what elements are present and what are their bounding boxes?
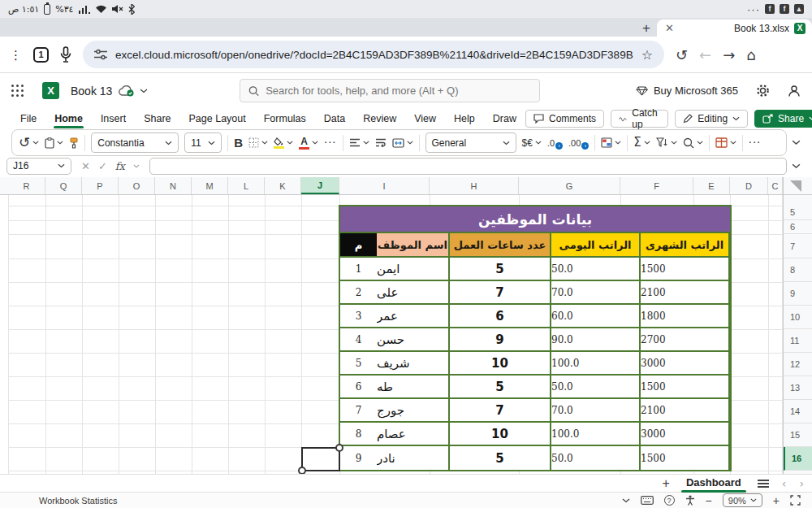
conditional-formatting-button[interactable] <box>601 137 621 148</box>
previous-sheet-icon[interactable]: ‹ <box>782 477 787 490</box>
tab-draw[interactable]: Draw <box>484 111 525 127</box>
table-cell-daily[interactable]: 70.0 <box>551 281 641 305</box>
table-cell-monthly[interactable]: 1500 <box>641 376 730 399</box>
column-header-R[interactable]: R <box>8 177 45 194</box>
browser-menu-icon[interactable]: ⋮ <box>10 49 22 61</box>
column-header-N[interactable]: N <box>155 177 192 194</box>
tab-home[interactable]: Home <box>45 111 92 127</box>
bookmark-star-icon[interactable]: ☆ <box>641 47 653 63</box>
add-sheet-button[interactable]: + <box>663 476 670 491</box>
next-sheet-icon[interactable]: › <box>799 477 804 490</box>
alignment-button[interactable] <box>349 138 369 147</box>
table-cell-num[interactable]: 6 <box>340 376 377 399</box>
zoom-level-select[interactable]: 90% <box>723 493 762 507</box>
table-cell-num[interactable]: 3 <box>340 305 377 328</box>
table-cell-hours[interactable]: 10 <box>450 423 551 446</box>
search-input[interactable] <box>266 85 531 97</box>
table-cell-name[interactable]: حسن <box>377 328 450 352</box>
new-tab-button[interactable]: + <box>636 20 657 37</box>
settings-gear-icon[interactable] <box>756 84 770 98</box>
header-cell-number[interactable]: م <box>340 233 377 258</box>
number-format-select[interactable]: General <box>425 132 516 153</box>
bold-button[interactable]: B <box>234 136 243 150</box>
column-header-J[interactable]: J <box>301 177 339 194</box>
url-text[interactable]: excel.cloud.microsoft/open/onedrive/?doc… <box>115 49 633 61</box>
header-cell-employee-name[interactable]: اسم الموظف <box>377 233 450 258</box>
column-header-H[interactable]: H <box>430 177 519 194</box>
row-header-7[interactable]: 7 <box>784 234 812 258</box>
back-icon[interactable]: ← <box>699 46 711 63</box>
share-button[interactable]: Share <box>754 110 812 128</box>
tab-switcher-button[interactable]: 1 <box>33 47 49 63</box>
table-cell-monthly[interactable]: 2100 <box>641 281 730 305</box>
table-cell-num[interactable]: 1 <box>340 258 377 281</box>
find-button[interactable] <box>683 137 703 149</box>
table-cell-daily[interactable]: 90.0 <box>551 328 641 352</box>
employee-table[interactable]: بيانات الموظفين الراتب الشهرى الراتب الي… <box>339 205 732 471</box>
browser-tab[interactable]: ✕ Book 13.xlsx X <box>657 20 812 37</box>
site-settings-icon[interactable] <box>94 49 107 60</box>
column-header-K[interactable]: K <box>265 177 301 194</box>
tab-insert[interactable]: Insert <box>92 111 135 127</box>
zoom-out-button[interactable]: − <box>706 494 712 507</box>
formula-input[interactable] <box>149 158 787 175</box>
row-header-9[interactable]: 9 <box>784 282 812 306</box>
column-header-I[interactable]: I <box>339 177 430 194</box>
url-bar[interactable]: excel.cloud.microsoft/open/onedrive/?doc… <box>83 41 664 68</box>
table-cell-name[interactable]: طه <box>377 376 450 399</box>
expand-formula-bar-chevron-icon[interactable] <box>792 163 801 169</box>
voice-search-icon[interactable] <box>60 46 71 63</box>
accessibility-icon[interactable] <box>685 495 695 506</box>
row-header-14[interactable]: 14 <box>784 400 812 423</box>
table-cell-num[interactable]: 2 <box>340 281 377 305</box>
undo-button[interactable]: ↺ <box>19 136 39 150</box>
app-launcher-icon[interactable] <box>11 85 24 98</box>
sheet-tab-dashboard[interactable]: Dashboard <box>683 476 745 490</box>
row-header-10[interactable]: 10 <box>784 306 812 329</box>
selection-handle-bottom-left[interactable] <box>298 467 306 474</box>
editing-mode-button[interactable]: Editing <box>675 110 748 128</box>
zoom-in-button[interactable]: + <box>773 494 780 507</box>
table-cell-daily[interactable]: 70.0 <box>551 399 641 423</box>
spreadsheet-grid[interactable]: RQPONMLKJIHGFEDC بيانات الموظفين الراتب … <box>0 177 812 474</box>
currency-format-button[interactable]: $€ <box>522 137 542 149</box>
column-header-E[interactable]: E <box>693 177 730 194</box>
row-header-8[interactable]: 8 <box>784 258 812 282</box>
tab-share[interactable]: Share <box>135 111 179 127</box>
fill-color-button[interactable] <box>274 137 293 149</box>
column-header-F[interactable]: F <box>620 177 693 194</box>
row-header-12[interactable]: 12 <box>784 353 812 376</box>
increase-decimal-button[interactable]: .00› <box>568 137 589 150</box>
active-cell-selection[interactable] <box>301 447 340 471</box>
select-all-corner[interactable] <box>784 177 812 195</box>
table-cell-daily[interactable]: 100.0 <box>551 423 641 446</box>
cancel-entry-icon[interactable]: ✕ <box>81 160 90 172</box>
collapse-ribbon-chevron-icon[interactable] <box>792 140 801 145</box>
help-icon[interactable]: ? <box>664 495 675 506</box>
catch-up-button[interactable]: Catch up <box>611 110 668 128</box>
table-cell-hours[interactable]: 7 <box>450 399 551 423</box>
toolbar-overflow-icon[interactable]: ··· <box>749 137 761 149</box>
sort-filter-button[interactable] <box>656 137 677 148</box>
font-name-select[interactable]: Constantia <box>91 132 179 153</box>
header-cell-monthly-salary[interactable]: الراتب الشهرى <box>641 233 730 258</box>
keyboard-icon[interactable] <box>641 496 654 505</box>
tab-page-layout[interactable]: Page Layout <box>180 111 255 127</box>
workbook-name[interactable]: Book 13 <box>71 85 112 98</box>
table-cell-daily[interactable]: 50.0 <box>551 376 641 399</box>
row-headers[interactable]: 5678910111213141516 <box>783 177 812 474</box>
table-cell-name[interactable]: ايمن <box>377 258 450 281</box>
table-cell-monthly[interactable]: 3000 <box>641 352 730 376</box>
fullscreen-icon[interactable] <box>790 495 801 506</box>
hide-status-chevron-icon[interactable] <box>622 498 630 503</box>
table-cell-monthly[interactable]: 2100 <box>641 399 730 423</box>
tab-formulas[interactable]: Formulas <box>255 111 315 127</box>
table-cell-monthly[interactable]: 1500 <box>641 258 730 281</box>
table-cell-monthly[interactable]: 2700 <box>641 328 730 352</box>
column-header-Q[interactable]: Q <box>45 177 82 194</box>
paste-button[interactable] <box>45 137 63 149</box>
format-as-table-button[interactable] <box>715 137 736 148</box>
table-cell-hours[interactable]: 9 <box>450 328 551 352</box>
table-cell-hours[interactable]: 5 <box>450 258 551 281</box>
tab-view[interactable]: View <box>405 111 445 127</box>
